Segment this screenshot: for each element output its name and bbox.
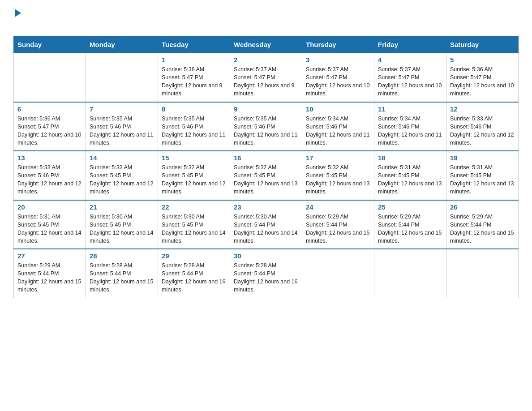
- day-number: 2: [234, 56, 298, 64]
- calendar-table: SundayMondayTuesdayWednesdayThursdayFrid…: [13, 36, 519, 298]
- day-header-saturday: Saturday: [446, 36, 519, 53]
- logo-arrow-icon: [15, 9, 21, 17]
- day-info: Sunrise: 5:37 AMSunset: 5:47 PMDaylight:…: [378, 65, 442, 98]
- day-header-tuesday: Tuesday: [158, 36, 230, 53]
- logo: [13, 9, 21, 28]
- day-number: 24: [306, 203, 370, 211]
- day-info: Sunrise: 5:28 AMSunset: 5:44 PMDaylight:…: [90, 261, 154, 294]
- calendar-cell: 3Sunrise: 5:37 AMSunset: 5:47 PMDaylight…: [302, 53, 374, 102]
- calendar-cell: 9Sunrise: 5:35 AMSunset: 5:46 PMDaylight…: [230, 102, 302, 151]
- calendar-cell: 22Sunrise: 5:30 AMSunset: 5:45 PMDayligh…: [158, 200, 230, 249]
- day-number: 16: [234, 154, 298, 162]
- calendar-week-row: 13Sunrise: 5:33 AMSunset: 5:46 PMDayligh…: [14, 151, 519, 200]
- day-info: Sunrise: 5:32 AMSunset: 5:45 PMDaylight:…: [306, 163, 370, 196]
- day-number: 1: [162, 56, 226, 64]
- calendar-cell: 21Sunrise: 5:30 AMSunset: 5:45 PMDayligh…: [86, 200, 158, 249]
- day-number: 23: [234, 203, 298, 211]
- day-number: 14: [90, 154, 154, 162]
- day-number: 28: [90, 252, 154, 260]
- day-info: Sunrise: 5:32 AMSunset: 5:45 PMDaylight:…: [234, 163, 298, 196]
- calendar-cell: 28Sunrise: 5:28 AMSunset: 5:44 PMDayligh…: [86, 249, 158, 298]
- day-info: Sunrise: 5:30 AMSunset: 5:44 PMDaylight:…: [234, 213, 298, 245]
- day-number: 13: [17, 154, 82, 162]
- day-number: 8: [162, 105, 226, 113]
- calendar-cell: 29Sunrise: 5:28 AMSunset: 5:44 PMDayligh…: [158, 249, 230, 298]
- day-info: Sunrise: 5:33 AMSunset: 5:45 PMDaylight:…: [90, 163, 154, 196]
- calendar-cell: 30Sunrise: 5:28 AMSunset: 5:44 PMDayligh…: [230, 249, 302, 298]
- calendar-cell: 17Sunrise: 5:32 AMSunset: 5:45 PMDayligh…: [302, 151, 374, 200]
- calendar-cell: [86, 53, 158, 102]
- day-header-wednesday: Wednesday: [230, 36, 302, 53]
- day-number: 10: [306, 105, 370, 113]
- calendar-cell: 15Sunrise: 5:32 AMSunset: 5:45 PMDayligh…: [158, 151, 230, 200]
- day-info: Sunrise: 5:31 AMSunset: 5:45 PMDaylight:…: [17, 213, 82, 245]
- day-info: Sunrise: 5:37 AMSunset: 5:47 PMDaylight:…: [234, 65, 298, 98]
- day-info: Sunrise: 5:28 AMSunset: 5:44 PMDaylight:…: [234, 261, 298, 294]
- day-number: 20: [17, 203, 82, 211]
- day-number: 4: [378, 56, 442, 64]
- day-number: 6: [17, 105, 82, 113]
- day-number: 21: [90, 203, 154, 211]
- calendar-cell: 16Sunrise: 5:32 AMSunset: 5:45 PMDayligh…: [230, 151, 302, 200]
- day-info: Sunrise: 5:33 AMSunset: 5:46 PMDaylight:…: [17, 163, 82, 196]
- day-info: Sunrise: 5:38 AMSunset: 5:47 PMDaylight:…: [162, 65, 226, 98]
- day-info: Sunrise: 5:37 AMSunset: 5:47 PMDaylight:…: [306, 65, 370, 98]
- calendar-cell: [302, 249, 374, 298]
- calendar-header-row: SundayMondayTuesdayWednesdayThursdayFrid…: [14, 36, 519, 53]
- calendar-cell: 25Sunrise: 5:29 AMSunset: 5:44 PMDayligh…: [374, 200, 446, 249]
- day-number: 3: [306, 56, 370, 64]
- day-info: Sunrise: 5:33 AMSunset: 5:46 PMDaylight:…: [450, 115, 515, 147]
- day-number: 18: [378, 154, 442, 162]
- calendar-cell: [14, 53, 86, 102]
- day-number: 19: [450, 154, 515, 162]
- calendar-cell: 5Sunrise: 5:36 AMSunset: 5:47 PMDaylight…: [446, 53, 519, 102]
- calendar-cell: 6Sunrise: 5:36 AMSunset: 5:47 PMDaylight…: [14, 102, 86, 151]
- day-number: 25: [378, 203, 442, 211]
- calendar-week-row: 1Sunrise: 5:38 AMSunset: 5:47 PMDaylight…: [14, 53, 519, 102]
- calendar-cell: 4Sunrise: 5:37 AMSunset: 5:47 PMDaylight…: [374, 53, 446, 102]
- calendar-cell: 19Sunrise: 5:31 AMSunset: 5:45 PMDayligh…: [446, 151, 519, 200]
- day-number: 11: [378, 105, 442, 113]
- day-number: 30: [234, 252, 298, 260]
- day-header-friday: Friday: [374, 36, 446, 53]
- day-header-sunday: Sunday: [14, 36, 86, 53]
- day-number: 22: [162, 203, 226, 211]
- day-info: Sunrise: 5:31 AMSunset: 5:45 PMDaylight:…: [378, 163, 442, 196]
- calendar-cell: 2Sunrise: 5:37 AMSunset: 5:47 PMDaylight…: [230, 53, 302, 102]
- day-number: 29: [162, 252, 226, 260]
- calendar-cell: 23Sunrise: 5:30 AMSunset: 5:44 PMDayligh…: [230, 200, 302, 249]
- day-header-monday: Monday: [86, 36, 158, 53]
- day-info: Sunrise: 5:29 AMSunset: 5:44 PMDaylight:…: [306, 213, 370, 245]
- day-info: Sunrise: 5:30 AMSunset: 5:45 PMDaylight:…: [90, 213, 154, 245]
- calendar-cell: 8Sunrise: 5:35 AMSunset: 5:46 PMDaylight…: [158, 102, 230, 151]
- calendar-cell: 14Sunrise: 5:33 AMSunset: 5:45 PMDayligh…: [86, 151, 158, 200]
- day-info: Sunrise: 5:32 AMSunset: 5:45 PMDaylight:…: [162, 163, 226, 196]
- day-info: Sunrise: 5:29 AMSunset: 5:44 PMDaylight:…: [450, 213, 515, 245]
- day-info: Sunrise: 5:29 AMSunset: 5:44 PMDaylight:…: [378, 213, 442, 245]
- calendar-cell: 18Sunrise: 5:31 AMSunset: 5:45 PMDayligh…: [374, 151, 446, 200]
- day-number: 9: [234, 105, 298, 113]
- calendar-cell: 27Sunrise: 5:29 AMSunset: 5:44 PMDayligh…: [14, 249, 86, 298]
- day-number: 5: [450, 56, 515, 64]
- calendar-cell: 1Sunrise: 5:38 AMSunset: 5:47 PMDaylight…: [158, 53, 230, 102]
- day-info: Sunrise: 5:34 AMSunset: 5:46 PMDaylight:…: [378, 115, 442, 147]
- day-info: Sunrise: 5:28 AMSunset: 5:44 PMDaylight:…: [162, 261, 226, 294]
- day-info: Sunrise: 5:35 AMSunset: 5:46 PMDaylight:…: [90, 115, 154, 147]
- calendar-cell: [374, 249, 446, 298]
- day-number: 27: [17, 252, 82, 260]
- day-info: Sunrise: 5:29 AMSunset: 5:44 PMDaylight:…: [17, 261, 82, 294]
- calendar-cell: 7Sunrise: 5:35 AMSunset: 5:46 PMDaylight…: [86, 102, 158, 151]
- page-header: [13, 9, 519, 28]
- day-number: 7: [90, 105, 154, 113]
- calendar-cell: 20Sunrise: 5:31 AMSunset: 5:45 PMDayligh…: [14, 200, 86, 249]
- calendar-cell: 10Sunrise: 5:34 AMSunset: 5:46 PMDayligh…: [302, 102, 374, 151]
- day-info: Sunrise: 5:34 AMSunset: 5:46 PMDaylight:…: [306, 115, 370, 147]
- day-number: 17: [306, 154, 370, 162]
- day-number: 15: [162, 154, 226, 162]
- day-info: Sunrise: 5:36 AMSunset: 5:47 PMDaylight:…: [450, 65, 515, 98]
- calendar-cell: 26Sunrise: 5:29 AMSunset: 5:44 PMDayligh…: [446, 200, 519, 249]
- calendar-cell: [446, 249, 519, 298]
- calendar-cell: 11Sunrise: 5:34 AMSunset: 5:46 PMDayligh…: [374, 102, 446, 151]
- day-header-thursday: Thursday: [302, 36, 374, 53]
- calendar-cell: 24Sunrise: 5:29 AMSunset: 5:44 PMDayligh…: [302, 200, 374, 249]
